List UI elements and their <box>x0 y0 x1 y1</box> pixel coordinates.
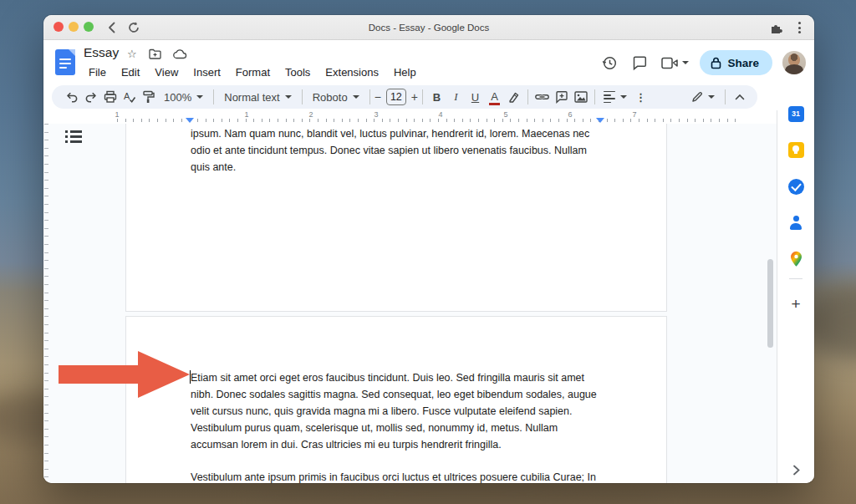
pen-icon <box>691 91 703 103</box>
ruler-number: 6 <box>568 110 572 119</box>
insert-link-icon[interactable] <box>532 87 552 107</box>
docs-header: Essay ☆ File Edit View Insert Format Too… <box>43 41 814 84</box>
toolbar-separator <box>527 89 528 104</box>
browser-tab-title: Docs - Essay - Google Docs <box>43 15 814 40</box>
ruler-ticks <box>117 119 743 122</box>
toolbar-separator <box>369 89 370 104</box>
toolbar-separator <box>422 89 423 104</box>
align-left-icon <box>604 91 615 104</box>
google-contacts-icon[interactable] <box>785 212 807 234</box>
ruler-number: 1 <box>244 110 248 119</box>
browser-titlebar: Docs - Essay - Google Docs <box>43 15 814 40</box>
browser-menu-icon[interactable] <box>798 22 801 33</box>
toolbar-more-icon[interactable]: ⋮ <box>631 87 650 107</box>
add-comment-icon[interactable] <box>552 87 571 107</box>
document-title[interactable]: Essay <box>84 45 119 60</box>
meet-video-call-icon[interactable] <box>660 53 690 73</box>
font-family-value: Roboto <box>313 91 348 104</box>
align-select[interactable] <box>599 87 631 107</box>
print-icon[interactable] <box>100 87 120 107</box>
doc-text-line: nibh. Donec sodales sagittis magna. Sed … <box>191 386 597 403</box>
zoom-select[interactable]: 100% <box>158 87 209 107</box>
insert-image-icon[interactable] <box>571 87 590 107</box>
horizontal-ruler[interactable]: 1 1 2 3 4 5 6 7 <box>43 110 777 124</box>
doc-text-line: Vestibulum ante ipsum primis in faucibus… <box>191 469 596 483</box>
ruler-number: 4 <box>438 110 442 119</box>
decrease-font-size-button[interactable]: − <box>374 90 381 104</box>
paragraph-style-value: Normal text <box>224 91 279 104</box>
toolbar-separator <box>302 89 303 104</box>
document-status-cloud-icon[interactable] <box>173 49 187 59</box>
get-add-ons-button[interactable]: + <box>785 293 807 315</box>
paragraph-style-select[interactable]: Normal text <box>218 87 297 107</box>
browser-window: Docs - Essay - Google Docs Essay ☆ File … <box>43 15 814 483</box>
menu-format[interactable]: Format <box>228 64 278 80</box>
underline-button[interactable]: U <box>466 87 485 107</box>
google-docs-logo-icon[interactable] <box>55 49 75 75</box>
menu-edit[interactable]: Edit <box>114 64 147 80</box>
show-document-outline-icon[interactable] <box>65 130 82 145</box>
editing-mode-select[interactable] <box>685 87 721 107</box>
move-to-folder-icon[interactable] <box>149 48 161 59</box>
toolbar-separator <box>594 89 595 104</box>
toolbar-separator <box>725 89 726 104</box>
google-tasks-icon[interactable] <box>785 176 807 197</box>
lock-icon <box>711 57 721 69</box>
ruler-number: 7 <box>632 110 636 119</box>
highlight-color-icon[interactable] <box>504 87 523 107</box>
document-canvas[interactable]: ipsum. Nam quam nunc, blandit vel, luctu… <box>43 124 777 483</box>
bold-button[interactable]: B <box>427 87 446 107</box>
menu-view[interactable]: View <box>147 64 186 80</box>
paint-format-icon[interactable] <box>139 87 158 107</box>
doc-text-line: ipsum. Nam quam nunc, blandit vel, luctu… <box>191 125 589 142</box>
vertical-ruler <box>44 124 48 483</box>
workspace-side-panel: 31 + <box>777 84 814 483</box>
google-calendar-icon[interactable]: 31 <box>785 103 807 125</box>
google-keep-icon[interactable] <box>785 139 807 160</box>
vertical-scrollbar[interactable] <box>767 259 773 348</box>
chevron-down-icon <box>196 95 203 99</box>
left-indent-marker[interactable] <box>186 118 194 123</box>
spell-check-icon[interactable]: A <box>120 87 139 107</box>
right-indent-marker[interactable] <box>596 118 604 123</box>
document-page-2[interactable]: Etiam sit amet orci eget eros faucibus t… <box>125 316 667 483</box>
side-panel-separator <box>789 278 802 279</box>
ruler-number: 5 <box>503 110 507 119</box>
increase-font-size-button[interactable]: + <box>411 90 418 104</box>
hide-menus-chevron-icon[interactable] <box>730 87 749 107</box>
formatting-toolbar: A 100% Normal text Roboto − 12 + B I U A <box>52 85 757 109</box>
chevron-down-icon <box>620 95 627 99</box>
menu-insert[interactable]: Insert <box>186 64 228 80</box>
comments-icon[interactable] <box>629 53 650 73</box>
version-history-icon[interactable] <box>599 53 619 73</box>
chevron-down-icon <box>353 95 359 99</box>
menu-file[interactable]: File <box>81 64 114 80</box>
doc-text-line: velit cursus nunc, quis gravida magna mi… <box>191 403 573 420</box>
svg-text:A: A <box>124 91 130 101</box>
account-avatar[interactable] <box>782 51 806 74</box>
text-color-button[interactable]: A <box>485 87 504 107</box>
doc-text-line: Etiam sit amet orci eget eros faucibus t… <box>191 369 584 386</box>
font-size-input[interactable]: 12 <box>386 89 406 105</box>
italic-button[interactable]: I <box>446 87 466 107</box>
google-maps-icon[interactable] <box>785 248 807 270</box>
font-family-select[interactable]: Roboto <box>307 87 365 107</box>
chevron-down-icon <box>708 95 715 99</box>
doc-text-line: odio et ante tincidunt tempus. Donec vit… <box>191 142 587 159</box>
chevron-down-icon[interactable] <box>682 61 689 64</box>
redo-icon[interactable] <box>81 87 100 107</box>
share-button[interactable]: Share <box>700 50 772 75</box>
ruler-number: 3 <box>374 110 378 119</box>
undo-icon[interactable] <box>62 87 81 107</box>
menu-tools[interactable]: Tools <box>278 64 318 80</box>
doc-text-line: accumsan lorem in dui. Cras ultricies mi… <box>191 436 502 453</box>
menu-bar: File Edit View Insert Format Tools Exten… <box>81 64 424 80</box>
star-icon[interactable]: ☆ <box>127 48 137 60</box>
menu-extensions[interactable]: Extensions <box>318 64 386 80</box>
document-page-1[interactable]: ipsum. Nam quam nunc, blandit vel, luctu… <box>125 124 667 312</box>
menu-help[interactable]: Help <box>386 64 424 80</box>
extensions-puzzle-icon[interactable] <box>769 22 782 35</box>
show-side-panel-chevron-icon[interactable] <box>785 459 807 481</box>
zoom-value: 100% <box>164 91 191 104</box>
annotation-arrow <box>59 351 191 398</box>
